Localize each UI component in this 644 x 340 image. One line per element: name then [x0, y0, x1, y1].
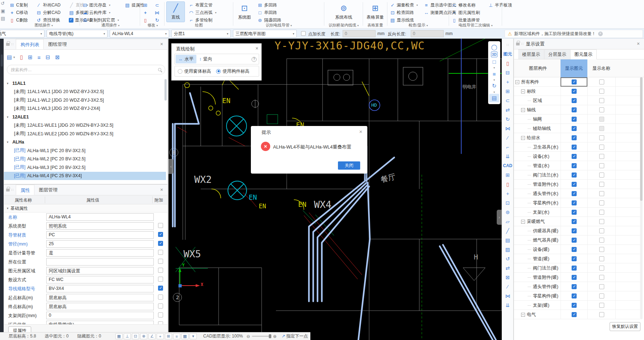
column-show-element[interactable]: 显示图元 — [560, 59, 587, 77]
help-icon[interactable]: ? — [252, 57, 257, 62]
cad-drawing-canvas[interactable]: Y-YJY-3X16-JDG40,CC,WCENENENENENWX2WX4WX… — [168, 39, 502, 340]
property-extra-checkbox[interactable] — [158, 223, 163, 228]
expander-icon[interactable] — [528, 101, 531, 101]
osnap-icon[interactable]: ⊗ — [140, 333, 147, 339]
expander-icon[interactable] — [528, 175, 531, 175]
show-name-checkbox[interactable] — [599, 173, 604, 178]
show-element-checkbox[interactable] — [572, 182, 577, 187]
panel-tab[interactable]: 图纸管理 — [44, 39, 71, 49]
layer-component-cell[interactable]: 电气 — [515, 310, 560, 319]
mirror-element-icon[interactable]: ⋈ — [503, 124, 512, 133]
cad-modify-icon[interactable]: ▱ — [503, 217, 512, 226]
drag-handle-icon[interactable]: ∷ — [11, 42, 14, 46]
save-element-button[interactable]: ⊟图元存盘▾ — [82, 1, 120, 9]
show-name-checkbox[interactable] — [599, 126, 604, 131]
reverse-length-input[interactable] — [411, 30, 444, 37]
layer-component-cell[interactable]: 轴网 — [515, 115, 560, 124]
slider-thumb[interactable] — [269, 334, 271, 338]
property-brush-button[interactable]: ⌐图元属性刷 — [451, 9, 483, 16]
show-element-checkbox[interactable] — [572, 154, 577, 159]
lock-icon[interactable] — [516, 43, 520, 45]
drag-handle[interactable]: ∷ — [503, 40, 512, 49]
panel-tab[interactable]: 构件列表 — [16, 39, 44, 49]
tree-item[interactable]: [未用]11AL1-WL2 [JDG 20 WDZ-BYJ-3X2.5] — [4, 96, 166, 105]
property-value-field[interactable]: BV-3X4 — [46, 285, 154, 292]
group-label-conduit-edit[interactable]: 电线导管二次编辑▾ — [451, 23, 500, 28]
expander-icon[interactable] — [528, 166, 531, 166]
show-name-checkbox[interactable] — [599, 238, 604, 243]
panel-tab[interactable]: 属性 — [16, 185, 34, 195]
property-value-field[interactable]: FC WC — [46, 276, 154, 283]
show-element-checkbox[interactable] — [572, 275, 577, 280]
expander-icon[interactable] — [528, 277, 531, 278]
expander-icon[interactable] — [528, 184, 531, 185]
length-input[interactable] — [343, 30, 376, 37]
property-extra-checkbox[interactable] — [158, 303, 163, 309]
layer-component-cell[interactable]: 支架(水) — [515, 208, 560, 217]
layer-component-cell[interactable]: 管道附件(水) — [515, 180, 560, 189]
group-label-general-ops[interactable]: 通用操作▾ — [82, 23, 139, 28]
expander-icon[interactable] — [528, 156, 531, 157]
show-name-checkbox[interactable] — [599, 117, 604, 122]
show-name-checkbox[interactable] — [599, 293, 604, 298]
drag-handle-icon[interactable]: ∷ — [521, 42, 524, 46]
system-wiring-button[interactable]: ⊚系统布线 — [334, 1, 353, 22]
tree-item[interactable]: ALHa — [4, 138, 166, 147]
new-caret-icon[interactable]: ▾ — [13, 55, 15, 59]
new-component-icon[interactable]: ▤ — [7, 54, 12, 60]
batch-edit-icon[interactable]: ≡ — [38, 54, 41, 60]
show-element-checkbox[interactable] — [572, 228, 577, 233]
move-cad-button[interactable]: +C移动 — [9, 9, 31, 16]
tree-item[interactable]: 11AL1 — [4, 79, 166, 88]
layer-component-cell[interactable]: 设备(水) — [515, 152, 560, 161]
show-element-checkbox[interactable] — [572, 107, 577, 112]
show-name-checkbox[interactable] — [599, 312, 604, 317]
show-name-checkbox[interactable] — [599, 98, 604, 103]
layer-component-cell[interactable]: 管道(水) — [515, 161, 560, 170]
group-label-draw[interactable]: 绘图 — [166, 23, 232, 28]
tree-item[interactable]: [未用]11AL1-WL3 [JDG 20 WDZ-BYJ-2X4] — [4, 105, 166, 113]
component-dropdown[interactable]: ALHa-WL4▾ — [110, 30, 169, 38]
collapse-left-panel-handle[interactable]: ‹ — [168, 159, 173, 174]
show-element-checkbox[interactable] — [572, 312, 577, 317]
close-icon[interactable]: × — [359, 128, 362, 135]
expander-icon[interactable] — [521, 108, 525, 112]
show-element-checkbox[interactable] — [572, 163, 577, 168]
expander-icon[interactable] — [528, 203, 531, 203]
show-element-checkbox[interactable] — [572, 256, 577, 261]
expander-icon[interactable] — [528, 212, 531, 213]
grid-icon[interactable]: ▦ — [115, 333, 123, 339]
expander-icon[interactable] — [528, 287, 531, 287]
layer-component-cell[interactable]: 通头管件(暖) — [515, 282, 560, 291]
show-element-checkbox[interactable] — [572, 191, 577, 196]
cad-delete-icon[interactable]: ▯ — [503, 180, 512, 189]
property-extra-checkbox[interactable] — [158, 268, 163, 273]
move-element-icon[interactable]: + — [503, 77, 512, 87]
property-value-field[interactable]: 25 — [46, 240, 154, 248]
drag-handle-icon[interactable]: ∷ — [11, 188, 14, 192]
tree-item[interactable]: [未用]12ALE1-WLE1 [JDG 20 WDZN-BYJ-3X2.5] — [4, 121, 166, 130]
show-element-checkbox[interactable] — [572, 79, 577, 84]
layer-component-cell[interactable]: 所有构件 — [515, 77, 560, 87]
save-component-icon[interactable]: ⊟ — [46, 54, 50, 60]
riser-tool-button[interactable]: ⌐布置立管 — [188, 1, 217, 9]
solid-cube-icon[interactable]: ■ — [489, 69, 499, 78]
property-value-field[interactable]: 电线导管(电) — [46, 321, 154, 324]
property-extra-checkbox[interactable] — [158, 286, 163, 291]
property-extra-checkbox[interactable] — [158, 259, 163, 264]
show-name-checkbox[interactable] — [599, 89, 604, 94]
three-point-arc-button[interactable]: ◠三点画弧▾ — [188, 9, 217, 16]
property-value-field[interactable] — [46, 258, 154, 266]
lock-icon[interactable] — [6, 43, 10, 46]
display-tab[interactable]: 楼层显示 — [518, 49, 544, 59]
cad-box-select-icon[interactable]: ⊠ — [503, 273, 512, 282]
more-tools-icon[interactable]: ⇊ — [503, 152, 512, 161]
property-value-field[interactable]: 层底标高 — [46, 294, 154, 301]
display-settings-icon[interactable]: ▤ — [489, 94, 499, 102]
cad-move-icon[interactable]: + — [503, 189, 512, 198]
show-name-checkbox[interactable] — [599, 284, 604, 289]
expander-icon[interactable] — [528, 268, 531, 268]
lineweight-icon[interactable]: ≡ — [173, 333, 180, 339]
layer-component-cell[interactable]: 阀门法兰(水) — [515, 170, 560, 180]
show-element-checkbox[interactable] — [572, 266, 577, 271]
